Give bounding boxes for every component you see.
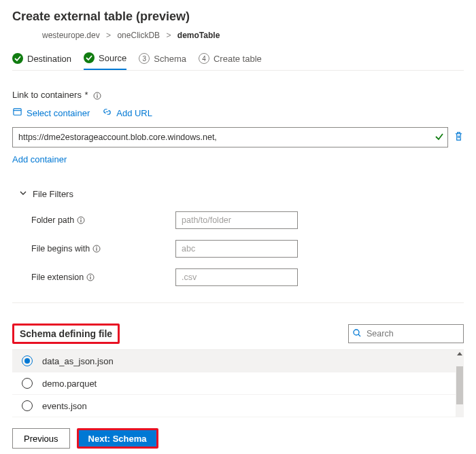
svg-point-5 — [80, 218, 82, 220]
wizard-step-source[interactable]: Source — [84, 52, 126, 70]
valid-check-icon — [435, 132, 444, 144]
add-url-label: Add URL — [116, 108, 152, 118]
info-icon[interactable] — [92, 245, 101, 253]
breadcrumb-table: demoTable — [177, 31, 220, 40]
checkmark-icon — [12, 53, 23, 64]
radio-icon[interactable] — [22, 378, 33, 389]
wizard-step-label: Create table — [214, 54, 262, 64]
radio-icon[interactable] — [22, 355, 33, 366]
search-input[interactable] — [348, 324, 464, 343]
schema-file-list: data_as_json.json demo.parquet events.js… — [12, 349, 464, 417]
page-title: Create external table (preview) — [12, 10, 464, 24]
file-name: data_as_json.json — [42, 356, 114, 366]
svg-rect-3 — [14, 109, 21, 115]
file-filters-toggle[interactable]: File Filters — [19, 189, 464, 199]
breadcrumb: westeurope.dev > oneClickDB > demoTable — [42, 31, 464, 40]
add-url-button[interactable]: Add URL — [102, 107, 152, 119]
chevron-down-icon — [19, 189, 27, 199]
step-number-icon: 3 — [139, 53, 150, 64]
breadcrumb-db[interactable]: oneClickDB — [117, 31, 160, 40]
container-icon — [12, 107, 22, 119]
add-container-link[interactable]: Add container — [12, 154, 67, 164]
svg-point-11 — [90, 275, 91, 277]
svg-point-13 — [354, 330, 359, 335]
wizard-step-schema[interactable]: 3 Schema — [139, 52, 186, 70]
wizard-step-destination[interactable]: Destination — [12, 52, 71, 70]
wizard-steps: Destination Source 3 Schema 4 Create tab… — [12, 52, 464, 71]
svg-rect-2 — [97, 95, 98, 98]
file-extension-label: File extension — [19, 273, 175, 282]
list-item[interactable]: demo.parquet — [12, 372, 464, 395]
file-extension-input[interactable] — [175, 268, 298, 286]
scroll-thumb[interactable] — [456, 366, 463, 404]
search-icon — [352, 328, 362, 340]
file-begins-with-label: File begins with — [19, 244, 175, 254]
file-begins-with-input[interactable] — [175, 240, 298, 258]
delete-icon[interactable] — [454, 131, 464, 144]
wizard-step-label: Destination — [27, 54, 71, 64]
next-schema-button[interactable]: Next: Schema — [77, 428, 158, 449]
container-url-input[interactable] — [12, 127, 448, 147]
file-name: events.json — [42, 401, 87, 411]
checkmark-icon — [84, 52, 95, 63]
radio-icon[interactable] — [22, 400, 33, 411]
wizard-step-label: Source — [99, 53, 126, 63]
wizard-step-label: Schema — [154, 54, 186, 64]
select-container-button[interactable]: Select container — [12, 107, 90, 119]
breadcrumb-sep-icon: > — [166, 31, 171, 40]
breadcrumb-sep-icon: > — [106, 31, 111, 40]
step-number-icon: 4 — [199, 53, 209, 64]
svg-point-1 — [97, 93, 98, 94]
divider — [12, 302, 464, 303]
list-item[interactable]: events.json — [12, 395, 464, 417]
list-item[interactable]: data_as_json.json — [12, 350, 464, 372]
scroll-up-icon[interactable] — [457, 352, 462, 355]
svg-point-8 — [96, 247, 97, 248]
scrollbar[interactable] — [456, 350, 464, 417]
folder-path-input[interactable] — [175, 211, 298, 229]
info-icon[interactable] — [93, 92, 101, 100]
file-filters-label: File Filters — [33, 189, 73, 199]
select-container-label: Select container — [27, 108, 90, 118]
wizard-step-create[interactable]: 4 Create table — [199, 52, 262, 70]
info-icon[interactable] — [77, 216, 85, 224]
svg-rect-12 — [90, 277, 91, 279]
schema-defining-file-title: Schema defining file — [12, 324, 120, 344]
folder-path-label: Folder path — [19, 215, 175, 225]
previous-button[interactable]: Previous — [12, 428, 70, 449]
info-icon[interactable] — [86, 273, 95, 281]
breadcrumb-root[interactable]: westeurope.dev — [42, 31, 100, 40]
link-to-containers-label: Link to containers * — [12, 90, 464, 100]
svg-rect-9 — [97, 248, 97, 251]
link-icon — [102, 107, 112, 119]
svg-rect-6 — [81, 220, 82, 222]
file-name: demo.parquet — [42, 379, 97, 389]
